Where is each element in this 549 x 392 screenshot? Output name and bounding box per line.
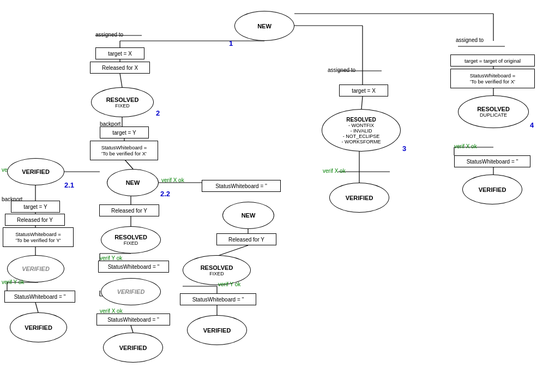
rect-target-orig: target = target of original (450, 55, 535, 67)
rect-swb-tobe-very-left-label: StatusWhiteboard ='To be verified for Y' (15, 231, 61, 243)
resolved-dup-sublabel: DUPLICATE (480, 112, 507, 118)
svg-line-34 (216, 245, 248, 256)
resolved-fixed-mid-label: RESOLVED (201, 264, 233, 271)
verified-right-node: VERIFIED (329, 183, 389, 213)
workflow-diagram: NEW assigned to 1 target = X Released fo… (0, 0, 549, 392)
resolved-fixed-22-label: RESOLVED (114, 234, 147, 240)
rect-swb-empty-right-label: StatusWhiteboard = '' (467, 159, 518, 165)
num2-label: 2 (156, 109, 160, 117)
rect-swb-tobe-verx-1-label: StatusWhiteboard ='To be verified for X' (101, 144, 147, 156)
verified-right-label: VERIFIED (346, 195, 373, 201)
rect-swb-empty-left-label: StatusWhiteboard = '' (14, 294, 66, 300)
verified-far-right-label: VERIFIED (479, 186, 506, 193)
resolved-dup-label: RESOLVED (477, 106, 510, 112)
rect-released-y-left-label: Released for Y (17, 217, 53, 223)
resolved-dup-node: RESOLVED DUPLICATE (458, 95, 529, 128)
num21-label: 2.1 (64, 181, 74, 189)
rect-released-y-22-label: Released for Y (111, 208, 147, 214)
rect-target-y-1: target = Y (100, 126, 149, 138)
rect-swb-empty-mid2: StatusWhiteboard = '' (180, 293, 256, 305)
num3-label: 3 (402, 144, 406, 153)
resolved-fixed-1-label: RESOLVED (106, 97, 139, 103)
new-mid-label: NEW (242, 212, 256, 219)
verified-left-bottom-node: VERIFIED (10, 312, 67, 342)
verified-left-bottom-label: VERIFIED (25, 324, 52, 331)
resolved-fixed-mid-sublabel: FIXED (209, 271, 224, 276)
resolved-fixed-1-sublabel: FIXED (115, 103, 130, 108)
num4-label: 4 (530, 121, 534, 129)
verified-left-italic-node: VERIFIED (7, 255, 64, 282)
resolved-fixed-1-node: RESOLVED FIXED (91, 87, 154, 117)
rect-swb-tobe-very-left: StatusWhiteboard ='To be verified for Y' (3, 227, 74, 247)
svg-line-9 (361, 97, 363, 109)
verif-x-ok-right-label: verif X ok (323, 168, 346, 174)
rect-swb-empty-mid-top-label: StatusWhiteboard = '' (215, 183, 267, 189)
verified-22-bottom-node: VERIFIED (103, 333, 163, 363)
rect-released-y-mid: Released for Y (216, 233, 276, 245)
verif-x-ok-22-label: verif X ok (161, 177, 184, 183)
assigned-to-far-right-label: assigned to (456, 37, 484, 43)
rect-released-y-left: Released for Y (5, 214, 65, 226)
resolved-fixed-mid-node: RESOLVED FIXED (183, 255, 251, 285)
resolved-wontfix-sublabel: - WONTFIX- INVALID- NOT_ECLIPSE- WORKSFO… (342, 123, 381, 144)
new-22-node: NEW (107, 169, 159, 196)
rect-target-x-right: target = X (339, 85, 388, 97)
new-top-label: NEW (257, 23, 272, 29)
verified-left-label: VERIFIED (22, 168, 50, 175)
svg-line-23 (131, 325, 133, 333)
verified-mid-bottom-label: VERIFIED (203, 327, 231, 334)
rect-released-y-mid-label: Released for Y (228, 237, 264, 243)
resolved-wontfix-node: RESOLVED - WONTFIX- INVALID- NOT_ECLIPSE… (322, 109, 401, 152)
rect-target-y-1-label: target = Y (112, 130, 136, 136)
rect-swb-empty-22c: StatusWhiteboard = '' (96, 313, 170, 325)
rect-released-y-22: Released for Y (99, 204, 159, 216)
verif-y-ok-left-label: verif Y ok (2, 279, 24, 285)
num22-label: 2.2 (160, 190, 170, 198)
assigned-to-left-label: assigned to (95, 32, 123, 38)
rect-swb-empty-right: StatusWhiteboard = '' (454, 155, 530, 167)
rect-swb-empty-mid-top: StatusWhiteboard = '' (202, 180, 281, 192)
verified-22-italic-label: VERIFIED (117, 288, 145, 295)
verified-22-italic-node: VERIFIED (101, 278, 161, 305)
rect-target-y-left-label: target = Y (23, 204, 47, 210)
rect-swb-tobe-verx-right: StatusWhiteboard ='To be verified for X' (450, 69, 535, 88)
verified-22-bottom-label: VERIFIED (119, 345, 147, 351)
rect-swb-empty-left: StatusWhiteboard = '' (4, 291, 75, 303)
rect-target-x-left: target = X (95, 47, 144, 59)
new-22-label: NEW (126, 179, 140, 186)
svg-line-32 (35, 303, 38, 312)
verif-y-ok-mid-label: verif Y ok (218, 281, 240, 287)
rect-released-x-left: Released for X (90, 62, 150, 74)
verified-far-right-node: VERIFIED (462, 174, 522, 204)
rect-target-orig-label: target = target of original (464, 58, 521, 64)
new-top-node: NEW (234, 11, 294, 41)
resolved-fixed-22-node: RESOLVED FIXED (101, 226, 161, 254)
rect-released-x-left-label: Released for X (102, 65, 138, 71)
num1-label: 1 (229, 39, 233, 47)
rect-swb-tobe-verx-1: StatusWhiteboard ='To be verified for X' (90, 141, 158, 160)
rect-swb-empty-mid2-label: StatusWhiteboard = '' (192, 297, 244, 303)
verified-left-italic-label: VERIFIED (22, 266, 50, 272)
rect-target-x-right-label: target = X (352, 88, 376, 94)
assigned-to-right-label: assigned to (328, 67, 355, 73)
resolved-wontfix-label: RESOLVED (346, 117, 376, 123)
resolved-fixed-22-sublabel: FIXED (124, 240, 138, 246)
verified-mid-bottom-node: VERIFIED (187, 315, 247, 345)
rect-swb-empty-22b-label: StatusWhiteboard = '' (108, 264, 160, 270)
verified-left-node: VERIFIED (7, 158, 64, 185)
rect-swb-tobe-verx-right-label: StatusWhiteboard ='To be verified for X' (470, 73, 516, 85)
svg-line-14 (124, 159, 133, 169)
rect-swb-empty-22c-label: StatusWhiteboard = '' (107, 317, 159, 323)
new-mid-node: NEW (222, 202, 274, 229)
verif-x-ok-far-right-label: verif X ok (454, 143, 477, 149)
rect-target-y-left: target = Y (11, 201, 60, 213)
rect-target-x-left-label: target = X (108, 51, 132, 57)
svg-line-5 (120, 74, 122, 87)
rect-swb-empty-22b: StatusWhiteboard = '' (98, 261, 169, 273)
